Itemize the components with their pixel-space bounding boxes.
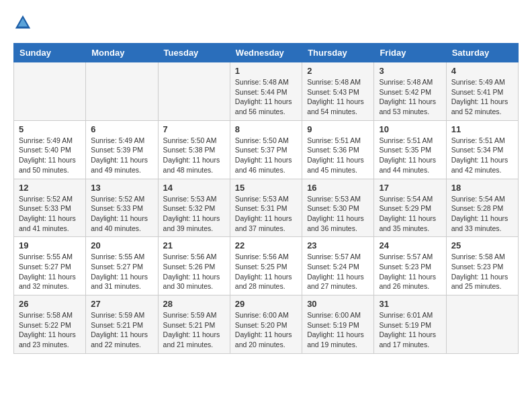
- day-info: Sunrise: 5:48 AM Sunset: 5:42 PM Dayligh…: [379, 77, 441, 117]
- calendar-cell: 6Sunrise: 5:49 AM Sunset: 5:39 PM Daylig…: [86, 120, 158, 179]
- calendar-cell: 9Sunrise: 5:51 AM Sunset: 5:36 PM Daylig…: [302, 120, 374, 179]
- calendar-week-row: 1Sunrise: 5:48 AM Sunset: 5:44 PM Daylig…: [14, 62, 519, 121]
- day-info: Sunrise: 5:48 AM Sunset: 5:43 PM Dayligh…: [307, 77, 369, 117]
- calendar-cell: [446, 295, 518, 354]
- calendar-cell: [14, 62, 86, 121]
- day-info: Sunrise: 5:59 AM Sunset: 5:21 PM Dayligh…: [163, 310, 225, 350]
- weekday-header-saturday: Saturday: [446, 44, 518, 62]
- calendar-cell: 29Sunrise: 6:00 AM Sunset: 5:20 PM Dayli…: [230, 295, 302, 354]
- weekday-header-wednesday: Wednesday: [230, 44, 302, 62]
- calendar-cell: 25Sunrise: 5:58 AM Sunset: 5:23 PM Dayli…: [446, 237, 518, 295]
- day-number: 21: [163, 240, 225, 250]
- calendar-cell: 12Sunrise: 5:52 AM Sunset: 5:33 PM Dayli…: [14, 179, 86, 237]
- day-number: 31: [379, 299, 441, 309]
- calendar-cell: 20Sunrise: 5:55 AM Sunset: 5:27 PM Dayli…: [86, 237, 158, 295]
- day-number: 13: [91, 183, 152, 193]
- day-number: 28: [163, 299, 225, 309]
- day-number: 11: [451, 124, 513, 134]
- calendar-cell: 15Sunrise: 5:53 AM Sunset: 5:31 PM Dayli…: [230, 179, 302, 237]
- day-info: Sunrise: 5:49 AM Sunset: 5:41 PM Dayligh…: [451, 77, 513, 117]
- day-info: Sunrise: 5:57 AM Sunset: 5:23 PM Dayligh…: [379, 252, 441, 291]
- day-number: 29: [235, 299, 297, 309]
- calendar-cell: 16Sunrise: 5:53 AM Sunset: 5:30 PM Dayli…: [302, 179, 374, 237]
- calendar-cell: [158, 62, 230, 121]
- day-number: 17: [379, 183, 441, 193]
- day-number: 3: [379, 66, 441, 76]
- day-info: Sunrise: 5:50 AM Sunset: 5:37 PM Dayligh…: [235, 136, 297, 175]
- day-number: 10: [379, 124, 441, 134]
- calendar-cell: 7Sunrise: 5:50 AM Sunset: 5:38 PM Daylig…: [158, 120, 230, 179]
- weekday-header-row: SundayMondayTuesdayWednesdayThursdayFrid…: [14, 44, 519, 62]
- day-number: 23: [307, 240, 369, 250]
- day-info: Sunrise: 5:58 AM Sunset: 5:22 PM Dayligh…: [19, 310, 81, 350]
- calendar-cell: 22Sunrise: 5:56 AM Sunset: 5:25 PM Dayli…: [230, 237, 302, 295]
- weekday-header-thursday: Thursday: [302, 44, 374, 62]
- day-number: 22: [235, 240, 297, 250]
- calendar-cell: 3Sunrise: 5:48 AM Sunset: 5:42 PM Daylig…: [374, 62, 446, 121]
- day-number: 4: [451, 66, 513, 76]
- calendar-week-row: 5Sunrise: 5:49 AM Sunset: 5:40 PM Daylig…: [14, 120, 519, 179]
- calendar-cell: 30Sunrise: 6:00 AM Sunset: 5:19 PM Dayli…: [302, 295, 374, 354]
- day-info: Sunrise: 5:49 AM Sunset: 5:39 PM Dayligh…: [91, 136, 152, 175]
- day-number: 5: [19, 124, 81, 134]
- calendar-table: SundayMondayTuesdayWednesdayThursdayFrid…: [13, 43, 519, 354]
- day-number: 19: [19, 240, 81, 250]
- calendar-cell: 5Sunrise: 5:49 AM Sunset: 5:40 PM Daylig…: [14, 120, 86, 179]
- day-number: 26: [19, 299, 81, 309]
- calendar-week-row: 12Sunrise: 5:52 AM Sunset: 5:33 PM Dayli…: [14, 179, 519, 237]
- day-info: Sunrise: 5:52 AM Sunset: 5:33 PM Dayligh…: [19, 194, 81, 234]
- day-number: 18: [451, 183, 513, 193]
- calendar-cell: 19Sunrise: 5:55 AM Sunset: 5:27 PM Dayli…: [14, 237, 86, 295]
- day-info: Sunrise: 5:53 AM Sunset: 5:31 PM Dayligh…: [235, 194, 297, 234]
- day-number: 15: [235, 183, 297, 193]
- day-info: Sunrise: 5:55 AM Sunset: 5:27 PM Dayligh…: [19, 252, 81, 291]
- calendar-cell: 11Sunrise: 5:51 AM Sunset: 5:34 PM Dayli…: [446, 120, 518, 179]
- day-number: 16: [307, 183, 369, 193]
- calendar-cell: 24Sunrise: 5:57 AM Sunset: 5:23 PM Dayli…: [374, 237, 446, 295]
- day-info: Sunrise: 5:51 AM Sunset: 5:35 PM Dayligh…: [379, 136, 441, 175]
- day-info: Sunrise: 5:59 AM Sunset: 5:21 PM Dayligh…: [91, 310, 152, 350]
- day-info: Sunrise: 5:48 AM Sunset: 5:44 PM Dayligh…: [235, 77, 297, 117]
- weekday-header-friday: Friday: [374, 44, 446, 62]
- day-number: 2: [307, 66, 369, 76]
- day-info: Sunrise: 6:00 AM Sunset: 5:20 PM Dayligh…: [235, 310, 297, 350]
- day-info: Sunrise: 5:54 AM Sunset: 5:28 PM Dayligh…: [451, 194, 513, 234]
- day-number: 6: [91, 124, 152, 134]
- calendar-cell: 1Sunrise: 5:48 AM Sunset: 5:44 PM Daylig…: [230, 62, 302, 121]
- calendar-cell: 28Sunrise: 5:59 AM Sunset: 5:21 PM Dayli…: [158, 295, 230, 354]
- day-info: Sunrise: 5:53 AM Sunset: 5:32 PM Dayligh…: [163, 194, 225, 234]
- calendar-cell: 13Sunrise: 5:52 AM Sunset: 5:33 PM Dayli…: [86, 179, 158, 237]
- day-number: 20: [91, 240, 152, 250]
- logo-icon: [13, 13, 32, 32]
- day-info: Sunrise: 5:53 AM Sunset: 5:30 PM Dayligh…: [307, 194, 369, 234]
- day-info: Sunrise: 5:54 AM Sunset: 5:29 PM Dayligh…: [379, 194, 441, 234]
- day-info: Sunrise: 5:51 AM Sunset: 5:34 PM Dayligh…: [451, 136, 513, 175]
- day-info: Sunrise: 5:52 AM Sunset: 5:33 PM Dayligh…: [91, 194, 152, 234]
- calendar-week-row: 19Sunrise: 5:55 AM Sunset: 5:27 PM Dayli…: [14, 237, 519, 295]
- calendar-cell: 2Sunrise: 5:48 AM Sunset: 5:43 PM Daylig…: [302, 62, 374, 121]
- day-info: Sunrise: 5:56 AM Sunset: 5:26 PM Dayligh…: [163, 252, 225, 291]
- calendar-cell: 14Sunrise: 5:53 AM Sunset: 5:32 PM Dayli…: [158, 179, 230, 237]
- calendar-cell: 27Sunrise: 5:59 AM Sunset: 5:21 PM Dayli…: [86, 295, 158, 354]
- weekday-header-sunday: Sunday: [14, 44, 86, 62]
- day-info: Sunrise: 5:50 AM Sunset: 5:38 PM Dayligh…: [163, 136, 225, 175]
- page-header: [13, 13, 519, 32]
- day-number: 27: [91, 299, 152, 309]
- day-info: Sunrise: 5:49 AM Sunset: 5:40 PM Dayligh…: [19, 136, 81, 175]
- calendar-cell: 17Sunrise: 5:54 AM Sunset: 5:29 PM Dayli…: [374, 179, 446, 237]
- calendar-cell: 4Sunrise: 5:49 AM Sunset: 5:41 PM Daylig…: [446, 62, 518, 121]
- day-number: 1: [235, 66, 297, 76]
- day-number: 9: [307, 124, 369, 134]
- day-info: Sunrise: 5:55 AM Sunset: 5:27 PM Dayligh…: [91, 252, 152, 291]
- calendar-cell: 21Sunrise: 5:56 AM Sunset: 5:26 PM Dayli…: [158, 237, 230, 295]
- weekday-header-monday: Monday: [86, 44, 158, 62]
- weekday-header-tuesday: Tuesday: [158, 44, 230, 62]
- calendar-cell: [86, 62, 158, 121]
- day-info: Sunrise: 6:00 AM Sunset: 5:19 PM Dayligh…: [307, 310, 369, 350]
- calendar-cell: 26Sunrise: 5:58 AM Sunset: 5:22 PM Dayli…: [14, 295, 86, 354]
- day-number: 24: [379, 240, 441, 250]
- day-number: 8: [235, 124, 297, 134]
- calendar-week-row: 26Sunrise: 5:58 AM Sunset: 5:22 PM Dayli…: [14, 295, 519, 354]
- calendar-cell: 10Sunrise: 5:51 AM Sunset: 5:35 PM Dayli…: [374, 120, 446, 179]
- day-number: 12: [19, 183, 81, 193]
